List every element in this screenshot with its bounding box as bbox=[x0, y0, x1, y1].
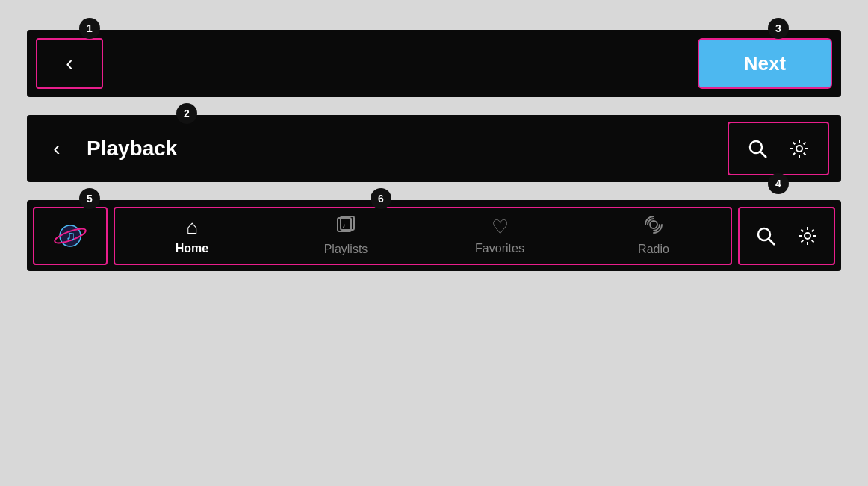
next-label: Next bbox=[744, 52, 786, 75]
settings-button-3[interactable] bbox=[788, 216, 827, 255]
row2-bar: ‹ Playback bbox=[27, 115, 841, 182]
row2-left: ‹ Playback bbox=[39, 131, 177, 166]
back-button-2[interactable]: ‹ bbox=[39, 131, 75, 166]
row1-wrapper: 1 3 ‹ Next bbox=[27, 30, 841, 97]
playlists-icon: ♪ bbox=[336, 215, 356, 240]
chevron-left-icon-1: ‹ bbox=[66, 52, 72, 75]
badge-5: 5 bbox=[79, 188, 100, 209]
playback-title: Playback bbox=[87, 137, 177, 161]
badge-3: 3 bbox=[768, 18, 789, 39]
chevron-left-icon-2: ‹ bbox=[53, 137, 60, 161]
settings-button-2[interactable] bbox=[780, 129, 819, 168]
nav-actions bbox=[738, 207, 835, 265]
row2-wrapper: 2 4 ‹ Playback bbox=[27, 115, 841, 182]
svg-line-1 bbox=[760, 152, 766, 158]
row1-bar: ‹ Next bbox=[27, 30, 841, 97]
svg-text:♪: ♪ bbox=[342, 221, 346, 229]
svg-point-9 bbox=[650, 221, 657, 228]
home-icon: ⌂ bbox=[186, 216, 198, 239]
page-container: 1 3 ‹ Next 2 4 ‹ Playback bbox=[0, 0, 868, 486]
badge-1: 1 bbox=[79, 18, 100, 39]
badge-6: 6 bbox=[371, 188, 391, 209]
search-icon-2 bbox=[747, 138, 768, 159]
playlists-label: Playlists bbox=[324, 243, 368, 256]
row2-actions bbox=[728, 122, 829, 175]
app-logo-icon: ♫ bbox=[49, 215, 91, 257]
radio-icon bbox=[644, 215, 663, 240]
nav-tabs: ⌂ Home ♪ Playlists ♡ Favorites bbox=[114, 207, 732, 265]
nav-tab-radio[interactable]: Radio bbox=[613, 212, 695, 259]
nav-tab-favorites[interactable]: ♡ Favorites bbox=[459, 213, 541, 258]
gear-icon-2 bbox=[789, 138, 810, 159]
badge-2: 2 bbox=[176, 103, 197, 124]
svg-text:♫: ♫ bbox=[66, 228, 76, 243]
favorites-icon: ♡ bbox=[492, 216, 509, 239]
svg-line-11 bbox=[769, 239, 775, 245]
nav-tab-playlists[interactable]: ♪ Playlists bbox=[305, 212, 387, 259]
svg-point-12 bbox=[805, 233, 810, 239]
gear-icon-3 bbox=[797, 225, 818, 246]
radio-label: Radio bbox=[638, 243, 669, 256]
svg-point-0 bbox=[750, 141, 762, 153]
back-button-1[interactable]: ‹ bbox=[36, 38, 103, 89]
nav-tab-home[interactable]: ⌂ Home bbox=[151, 213, 233, 258]
search-button-3[interactable] bbox=[746, 216, 785, 255]
home-label: Home bbox=[176, 242, 208, 255]
svg-point-2 bbox=[796, 146, 802, 152]
row3-wrapper: 5 6 ♫ ⌂ Home bbox=[27, 200, 841, 271]
badge-4: 4 bbox=[768, 173, 789, 194]
favorites-label: Favorites bbox=[475, 242, 524, 255]
logo-area: ♫ bbox=[33, 207, 108, 265]
svg-point-10 bbox=[758, 228, 770, 240]
search-icon-3 bbox=[755, 225, 776, 246]
search-button-2[interactable] bbox=[738, 129, 777, 168]
row3-bar: ♫ ⌂ Home ♪ Playlis bbox=[27, 200, 841, 271]
next-button[interactable]: Next bbox=[698, 38, 832, 89]
